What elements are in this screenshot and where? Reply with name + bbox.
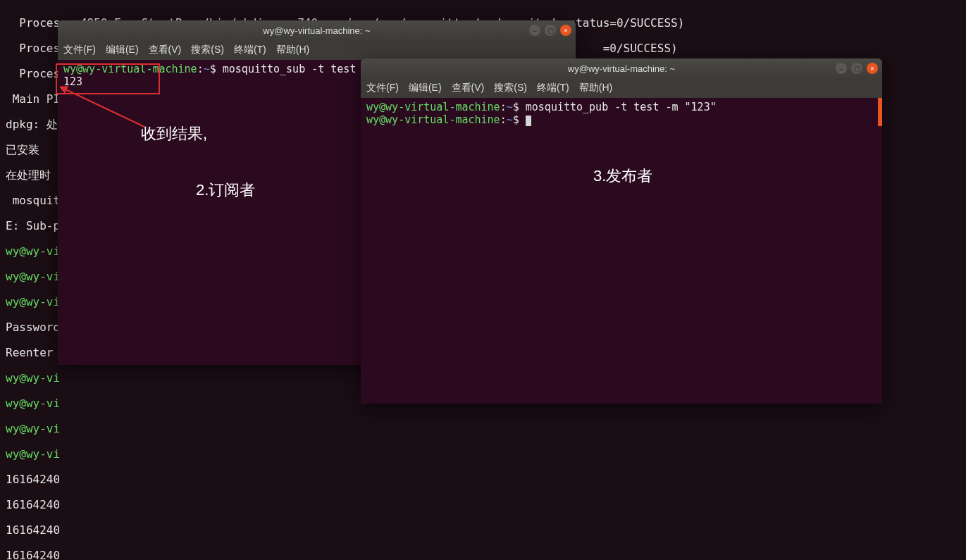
bg-prompt: wy@wy-vi (6, 397, 60, 410)
menu-help[interactable]: 帮助(H) (276, 44, 309, 56)
titlebar[interactable]: wy@wy-virtual-machine: ~ – ▢ × (58, 20, 576, 40)
bg-line: E: Sub-p (6, 219, 60, 232)
bg-line: 已安装 (6, 143, 39, 156)
prompt-sep: : (500, 113, 507, 126)
menu-edit[interactable]: 编辑(E) (409, 82, 442, 94)
window-title: wy@wy-virtual-machine: ~ (361, 63, 882, 74)
bg-prompt: wy@wy-vi (6, 447, 60, 461)
menubar: 文件(F) 编辑(E) 查看(V) 搜索(S) 终端(T) 帮助(H) (58, 40, 576, 60)
menu-terminal[interactable]: 终端(T) (537, 82, 569, 94)
menu-terminal[interactable]: 终端(T) (234, 44, 266, 56)
terminal-body[interactable]: wy@wy-virtual-machine:~$ mosquitto_pub -… (361, 98, 882, 404)
bg-line: mosquit (6, 194, 60, 207)
bg-line: dpkg: 处 (6, 118, 58, 131)
bg-line: Password (6, 321, 60, 334)
bg-prompt: wy@wy-vi (6, 295, 60, 309)
menu-view[interactable]: 查看(V) (452, 82, 485, 94)
minimize-button[interactable]: – (529, 25, 540, 36)
prompt-user: wy@wy-virtual-machine (366, 113, 500, 126)
maximize-button[interactable]: ▢ (545, 25, 556, 36)
menu-view[interactable]: 查看(V) (149, 44, 182, 56)
minimize-button[interactable]: – (836, 63, 847, 74)
menu-help[interactable]: 帮助(H) (579, 82, 612, 94)
prompt-end: $ (210, 63, 223, 75)
bg-line: 在处理时 (6, 168, 51, 182)
prompt-path: ~ (204, 63, 210, 75)
cursor-block-icon (526, 116, 531, 126)
window-title: wy@wy-virtual-machine: ~ (58, 25, 576, 36)
command: mosquitto_pub -t test -m "123" (526, 101, 717, 113)
menu-file[interactable]: 文件(F) (366, 82, 399, 94)
bg-line: 16164240 (6, 523, 60, 537)
menu-edit[interactable]: 编辑(E) (106, 44, 139, 56)
prompt-user: wy@wy-virtual-machine (63, 63, 197, 75)
terminal-window-publisher[interactable]: wy@wy-virtual-machine: ~ – ▢ × 文件(F) 编辑(… (361, 58, 882, 404)
prompt-user: wy@wy-virtual-machine (366, 101, 500, 113)
maximize-button[interactable]: ▢ (851, 63, 862, 74)
prompt-sep: : (500, 101, 507, 113)
bg-line: 16164240 (6, 473, 60, 486)
menubar: 文件(F) 编辑(E) 查看(V) 搜索(S) 终端(T) 帮助(H) (361, 78, 882, 98)
command: mosquitto_sub -t test (223, 63, 357, 75)
close-button[interactable]: × (867, 63, 878, 74)
titlebar[interactable]: wy@wy-virtual-machine: ~ – ▢ × (361, 58, 882, 78)
prompt-path: ~ (507, 101, 513, 113)
bg-line: Reenter (6, 346, 60, 359)
prompt-sep: : (197, 63, 204, 75)
bg-prompt: wy@wy-vi (6, 244, 60, 258)
menu-search[interactable]: 搜索(S) (494, 82, 527, 94)
output: 123 (63, 75, 82, 88)
prompt-end: $ (513, 101, 526, 113)
menu-search[interactable]: 搜索(S) (191, 44, 224, 56)
menu-file[interactable]: 文件(F) (63, 44, 96, 56)
bg-prompt: wy@wy-vi (6, 422, 60, 435)
bg-prompt: wy@wy-vi (6, 371, 60, 385)
bg-line: 16164240 (6, 549, 60, 560)
bg-line: 16164240 (6, 498, 60, 511)
close-button[interactable]: × (560, 25, 571, 36)
prompt-end: $ (513, 113, 526, 126)
scrollbar-thumb[interactable] (878, 98, 882, 126)
prompt-path: ~ (507, 113, 513, 126)
bg-prompt: wy@wy-vi (6, 270, 60, 283)
